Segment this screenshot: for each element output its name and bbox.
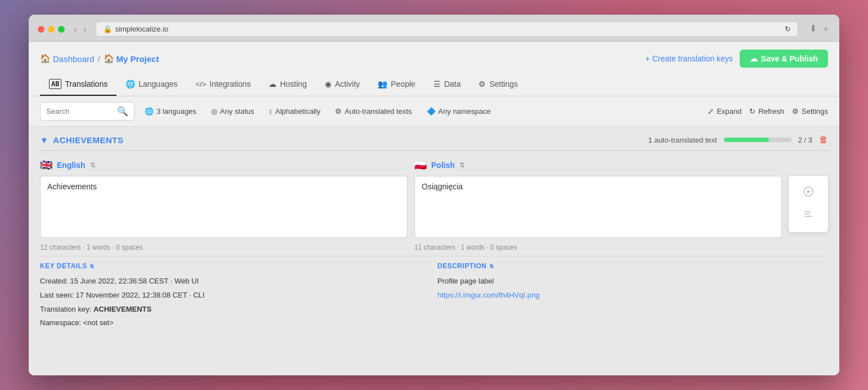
- delete-section-button[interactable]: 🗑: [819, 135, 828, 145]
- download-icon[interactable]: ⬇: [809, 23, 817, 35]
- expand-label: Expand: [717, 107, 741, 116]
- settings-label: Settings: [802, 107, 828, 116]
- collapse-icon[interactable]: ▼: [40, 135, 48, 145]
- languages-filter[interactable]: 🌐 3 languages: [140, 104, 201, 118]
- integrations-icon: </>: [196, 80, 207, 88]
- tab-data[interactable]: ☰ Data: [424, 74, 470, 95]
- target-translation-input[interactable]: [414, 176, 782, 238]
- source-char-info: 12 characters · 1 words · 0 spaces: [40, 243, 408, 251]
- description-label: DESCRIPTION: [437, 262, 487, 270]
- tab-integrations[interactable]: </> Integrations: [187, 74, 260, 95]
- cloud-icon: ☁: [750, 54, 758, 63]
- expand-button[interactable]: ⤢ Expand: [708, 107, 741, 116]
- edit-button[interactable]: [801, 207, 816, 224]
- translation-key-value: ACHIEVEMENTS: [93, 305, 151, 313]
- translation-columns: 🇬🇧 English ⇅ 12 characters · 1 words · 0…: [40, 151, 828, 256]
- namespace-filter[interactable]: 🔷 Any namespace: [422, 104, 495, 118]
- status-filter[interactable]: ◎ Any status: [207, 104, 259, 118]
- tab-people[interactable]: 👥 People: [369, 74, 424, 95]
- breadcrumb-home-link[interactable]: 🏠 Dashboard: [40, 54, 94, 64]
- svg-marker-1: [807, 190, 811, 193]
- languages-icon: 🌐: [126, 79, 135, 88]
- expand-icon: ⤢: [708, 107, 714, 116]
- breadcrumb-project[interactable]: 🏠 My Project: [104, 54, 159, 64]
- svg-rect-3: [804, 214, 810, 215]
- tab-activity-label: Activity: [335, 79, 360, 88]
- progress-bar: [724, 138, 791, 142]
- tab-hosting[interactable]: ☁ Hosting: [259, 74, 315, 95]
- tab-settings-label: Settings: [489, 79, 518, 88]
- browser-window: ‹ › 🔒 simplelocalize.io ↻ ⬇ ＋ 🏠 Dashboar…: [29, 15, 839, 375]
- back-button[interactable]: ‹: [71, 24, 79, 35]
- breadcrumb: 🏠 Dashboard / 🏠 My Project: [40, 54, 159, 64]
- tab-languages-label: Languages: [138, 79, 177, 88]
- key-details-chevron: ⇅: [90, 263, 95, 269]
- target-lang-name[interactable]: Polish: [431, 161, 455, 170]
- source-lang-header: 🇬🇧 English ⇅: [40, 159, 408, 171]
- forward-button[interactable]: ›: [81, 24, 88, 35]
- search-input[interactable]: [46, 107, 114, 116]
- sort-filter[interactable]: ↕ Alphabetically: [265, 104, 325, 118]
- save-publish-button[interactable]: ☁ Save & Publish: [740, 50, 828, 68]
- create-translation-keys-button[interactable]: + Create translation keys: [646, 54, 733, 63]
- translations-icon: AB: [49, 79, 61, 89]
- progress-bar-fill: [724, 138, 769, 142]
- translation-key-row: Translation key: ACHIEVEMENTS: [40, 304, 431, 316]
- translation-key-label: Translation key:: [40, 305, 91, 313]
- source-translation-input[interactable]: [40, 176, 408, 238]
- tab-data-label: Data: [444, 79, 461, 88]
- close-button[interactable]: [38, 26, 44, 33]
- progress-count: 2 / 3: [798, 136, 812, 144]
- namespace-label: Namespace:: [40, 318, 81, 327]
- auto-translated-icon: ⚙: [335, 107, 342, 116]
- toolbar-right: ⤢ Expand ↻ Refresh ⚙ Settings: [708, 107, 828, 116]
- search-icon: 🔍: [117, 106, 128, 117]
- section-title-text: ACHIEVEMENTS: [53, 135, 123, 145]
- last-seen-row: Last seen: 17 November 2022, 12:38:08 CE…: [40, 290, 431, 302]
- svg-rect-2: [804, 216, 812, 217]
- settings-icon: ⚙: [478, 79, 486, 88]
- key-details-col: KEY DETAILS ⇅ Created: 15 June 2022, 22:…: [40, 262, 431, 331]
- refresh-button[interactable]: ↻ Refresh: [749, 107, 784, 116]
- source-lang-name[interactable]: English: [57, 161, 86, 170]
- tab-activity[interactable]: ◉ Activity: [316, 74, 369, 95]
- description-header[interactable]: DESCRIPTION ⇅: [437, 262, 828, 270]
- settings-button[interactable]: ⚙ Settings: [792, 107, 828, 116]
- search-box[interactable]: 🔍: [40, 102, 135, 121]
- hosting-icon: ☁: [269, 79, 276, 88]
- auto-translate-button[interactable]: [800, 184, 816, 202]
- namespace-icon: 🔷: [427, 107, 436, 116]
- save-publish-label: Save & Publish: [761, 54, 818, 63]
- url-text: simplelocalize.io: [115, 25, 169, 33]
- tab-translations[interactable]: AB Translations: [40, 73, 117, 96]
- tab-settings[interactable]: ⚙ Settings: [469, 74, 527, 95]
- key-details-header[interactable]: KEY DETAILS ⇅: [40, 262, 431, 270]
- auto-translated-label: Auto-translated texts: [344, 107, 411, 116]
- reload-icon[interactable]: ↻: [785, 25, 791, 33]
- source-flag: 🇬🇧: [40, 159, 52, 171]
- minimize-button[interactable]: [48, 26, 55, 33]
- new-tab-icon[interactable]: ＋: [821, 23, 830, 35]
- breadcrumb-separator: /: [97, 54, 100, 64]
- description-text: Profile page label: [437, 276, 828, 287]
- address-bar[interactable]: 🔒 simplelocalize.io ↻: [96, 21, 798, 37]
- description-link[interactable]: https://i.imgur.com/fh4HVqI.png: [437, 291, 539, 299]
- target-lang-header: 🇵🇱 Polish ⇅: [414, 159, 782, 171]
- maximize-button[interactable]: [58, 26, 65, 33]
- key-details-label: KEY DETAILS: [40, 262, 87, 270]
- sort-icon: ↕: [269, 107, 273, 116]
- created-row: Created: 15 June 2022, 22:36:58 CEST · W…: [40, 276, 431, 287]
- lock-icon: 🔒: [103, 25, 112, 33]
- svg-rect-4: [804, 211, 811, 212]
- tab-integrations-label: Integrations: [209, 79, 250, 88]
- browser-actions: ⬇ ＋: [809, 23, 830, 35]
- description-col: DESCRIPTION ⇅ Profile page label https:/…: [437, 262, 828, 331]
- home-icon: 🏠: [40, 54, 51, 64]
- auto-translated-filter[interactable]: ⚙ Auto-translated texts: [330, 104, 416, 118]
- target-language-column: 🇵🇱 Polish ⇅ 11 characters · 1 words · 0 …: [414, 159, 782, 251]
- nav-tabs: AB Translations 🌐 Languages </> Integrat…: [29, 73, 839, 96]
- main-content: ▼ ACHIEVEMENTS 1 auto-translated text 2 …: [29, 127, 839, 375]
- tab-languages[interactable]: 🌐 Languages: [117, 74, 186, 95]
- refresh-label: Refresh: [758, 107, 784, 116]
- nav-arrows: ‹ ›: [71, 24, 89, 35]
